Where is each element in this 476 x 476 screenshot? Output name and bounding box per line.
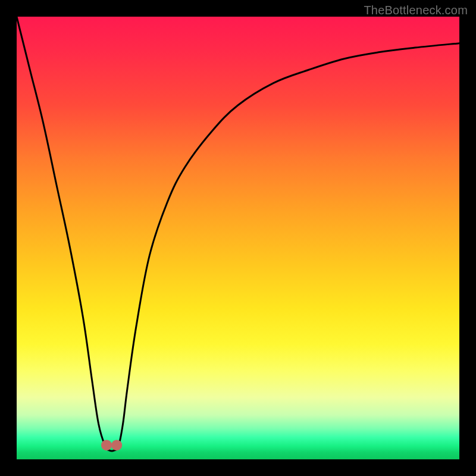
curve-layer xyxy=(17,17,459,459)
plot-area xyxy=(17,17,459,459)
watermark-text: TheBottleneck.com xyxy=(364,4,468,17)
curve-marker xyxy=(101,440,112,450)
curve-marker xyxy=(111,440,122,450)
curve-endpoints xyxy=(101,440,122,450)
chart-frame: TheBottleneck.com xyxy=(0,0,476,476)
bottleneck-curve xyxy=(17,17,459,451)
